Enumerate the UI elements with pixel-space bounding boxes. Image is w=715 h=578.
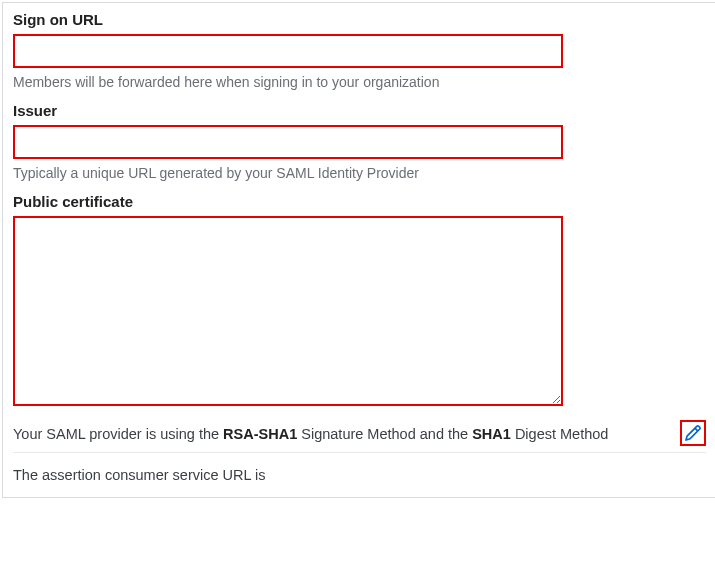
sign-on-url-helper: Members will be forwarded here when sign… (13, 74, 706, 90)
sign-on-url-input[interactable] (13, 34, 563, 68)
public-cert-label: Public certificate (13, 193, 706, 210)
issuer-input[interactable] (13, 125, 563, 159)
issuer-group: Issuer Typically a unique URL generated … (13, 102, 706, 181)
provider-sig-method: RSA-SHA1 (223, 426, 297, 442)
sign-on-url-group: Sign on URL Members will be forwarded he… (13, 11, 706, 90)
provider-info-row: Your SAML provider is using the RSA-SHA1… (13, 422, 706, 453)
issuer-label: Issuer (13, 102, 706, 119)
provider-info-mid: Signature Method and the (297, 426, 472, 442)
provider-digest-method: SHA1 (472, 426, 511, 442)
assertion-url-text: The assertion consumer service URL is (13, 467, 266, 483)
provider-info-suffix: Digest Method (511, 426, 609, 442)
public-cert-textarea[interactable] (13, 216, 563, 406)
provider-info-prefix: Your SAML provider is using the (13, 426, 223, 442)
pencil-icon (684, 424, 702, 442)
assertion-url-row: The assertion consumer service URL is (13, 467, 706, 483)
saml-settings-panel: Sign on URL Members will be forwarded he… (2, 2, 715, 498)
edit-methods-button[interactable] (680, 420, 706, 446)
issuer-helper: Typically a unique URL generated by your… (13, 165, 706, 181)
sign-on-url-label: Sign on URL (13, 11, 706, 28)
public-cert-group: Public certificate (13, 193, 706, 406)
